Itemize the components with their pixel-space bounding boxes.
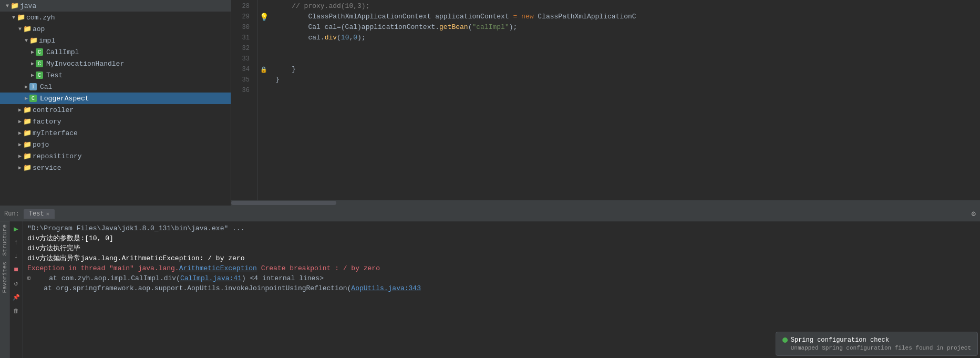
tree-item-myinterface[interactable]: ▶ 📁 myInterface — [0, 127, 231, 139]
chevron-right-icon: ▶ — [17, 153, 23, 159]
output-line-5: Exception in thread "main" java.lang.Ari… — [27, 263, 976, 273]
chevron-down-icon: ▼ — [4, 3, 11, 9]
output-line-2: div方法的参数是:[10, 0] — [27, 233, 976, 243]
code-line-32 — [275, 43, 980, 54]
folder-icon: 📁 — [23, 140, 32, 149]
code-line-33 — [275, 54, 980, 64]
tree-label-service: service — [33, 164, 61, 172]
tree-item-aop[interactable]: ▼ 📁 aop — [0, 23, 231, 35]
tree-item-test[interactable]: ▶ C Test — [0, 69, 231, 81]
line-num-32: 32 — [231, 43, 253, 54]
trash-button[interactable]: 🗑 — [11, 305, 22, 316]
structure-label[interactable]: Structure — [1, 221, 9, 259]
folder-icon: 📁 — [23, 106, 32, 114]
tree-label-loggeraspect: LoggerAspect — [40, 95, 89, 103]
output-line-1: "D:\Program Files\Java\jdk1.8.0_131\bin\… — [27, 223, 976, 233]
settings-icon[interactable]: ⚙ — [972, 209, 976, 218]
folder-icon: 📁 — [23, 117, 32, 126]
code-line-31: cal.div(10,0); — [275, 33, 980, 43]
chevron-right-icon: ▶ — [23, 95, 29, 101]
favorites-label[interactable]: Favorites — [1, 259, 9, 296]
tree-item-callimpl[interactable]: ▶ C CallImpl — [0, 46, 231, 58]
horizontal-scrollbar[interactable] — [231, 200, 980, 206]
chevron-right-icon: ▶ — [17, 107, 23, 113]
chevron-right-icon: ▶ — [29, 72, 36, 78]
folder-icon: 📁 — [23, 129, 32, 137]
run-tab-label: Test — [29, 210, 44, 218]
folder-icon: 📁 — [23, 25, 32, 33]
gutter-28 — [257, 1, 270, 12]
tree-item-controller[interactable]: ▶ 📁 controller — [0, 104, 231, 116]
folder-icon: 📁 — [29, 36, 38, 45]
chevron-right-icon: ▶ — [17, 165, 23, 171]
code-line-34: } — [275, 64, 980, 75]
run-label: Run: — [4, 210, 19, 218]
gutter-31 — [257, 33, 270, 43]
scroll-up-button[interactable]: ↑ — [11, 237, 22, 248]
file-tree: ▼ 📁 java ▼ 📁 com.zyh ▼ 📁 aop ▼ 📁 impl ▶ … — [0, 0, 231, 206]
line-num-29: 29 — [231, 12, 253, 22]
line-num-31: 31 — [231, 33, 253, 43]
tree-item-pojo[interactable]: ▶ 📁 pojo — [0, 139, 231, 150]
aoputils-link[interactable]: AopUtils.java:343 — [351, 283, 421, 293]
tree-item-comzyh[interactable]: ▼ 📁 com.zyh — [0, 12, 231, 23]
tree-label-controller: controller — [33, 106, 74, 114]
interface-icon: I — [29, 83, 37, 90]
calimpl-link[interactable]: CalImpl.java:41 — [180, 273, 242, 283]
tree-item-service[interactable]: ▶ 📁 service — [0, 162, 231, 173]
scroll-down-button[interactable]: ↓ — [11, 251, 22, 261]
chevron-right-icon: ▶ — [29, 60, 36, 67]
scrollbar-thumb[interactable] — [231, 201, 336, 205]
code-line-30: Cal cal=(Cal)applicationContext.getBean(… — [275, 22, 980, 33]
gutter-35 — [257, 75, 270, 85]
output-line-6: ⊞ at com.zyh.aop.impl.CalImpl.div(CalImp… — [27, 273, 976, 283]
editor-body: 28 29 30 31 32 33 34 35 36 💡 — [231, 0, 980, 200]
pin-button[interactable]: 📌 — [11, 292, 22, 302]
chevron-right-icon: ▶ — [17, 141, 23, 148]
tree-label-factory: factory — [33, 118, 61, 126]
arithmetic-exception-link[interactable]: ArithmeticException — [179, 263, 257, 273]
run-button[interactable]: ▶ — [11, 223, 22, 234]
gutter-36 — [257, 85, 270, 96]
class-icon: C — [36, 48, 43, 56]
lock-icon: 🔒 — [260, 66, 267, 73]
output-line-7: at org.springframework.aop.support.AopUt… — [27, 283, 976, 293]
notification-title: Spring configuration check — [782, 336, 971, 344]
code-line-36 — [275, 85, 980, 96]
tree-label-java: java — [20, 2, 36, 10]
rerun-button[interactable]: ↺ — [11, 278, 22, 289]
close-icon[interactable]: ✕ — [46, 211, 49, 217]
gutter: 💡 🔒 — [257, 0, 270, 200]
tree-label-aop: aop — [33, 25, 45, 33]
tree-item-java[interactable]: ▼ 📁 java — [0, 0, 231, 12]
gutter-30 — [257, 22, 270, 33]
line-num-35: 35 — [231, 75, 253, 85]
run-tab-test[interactable]: Test ✕ — [24, 209, 55, 219]
line-numbers: 28 29 30 31 32 33 34 35 36 — [231, 0, 257, 200]
code-lines[interactable]: // proxy.add(10,3); ClassPathXmlApplicat… — [270, 0, 980, 200]
expand-icon[interactable]: ⊞ — [27, 273, 30, 283]
tree-label-reposititory: reposititory — [33, 152, 82, 160]
chevron-down-icon: ▼ — [17, 26, 23, 32]
tree-item-impl[interactable]: ▼ 📁 impl — [0, 35, 231, 46]
folder-icon: 📁 — [11, 2, 19, 10]
tree-item-factory[interactable]: ▶ 📁 factory — [0, 116, 231, 127]
class-icon: C — [36, 60, 43, 67]
gutter-32 — [257, 43, 270, 54]
notification-body[interactable]: Unmapped Spring configuration files foun… — [782, 345, 971, 351]
run-toolbar: ▶ ↑ ↓ ■ ↺ 📌 🗑 — [9, 221, 23, 358]
notification-dot — [782, 337, 788, 343]
tree-item-myinvocationhandler[interactable]: ▶ C MyInvocationHandler — [0, 58, 231, 69]
gutter-34: 🔒 — [257, 64, 270, 75]
code-line-29: ClassPathXmlApplicationContext applicati… — [275, 12, 980, 22]
tree-item-reposititory[interactable]: ▶ 📁 reposititory — [0, 150, 231, 162]
class-icon: C — [36, 71, 43, 79]
lightbulb-icon: 💡 — [260, 13, 269, 22]
chevron-right-icon: ▶ — [29, 49, 36, 55]
stop-button[interactable]: ■ — [11, 264, 22, 275]
class-icon: C — [29, 95, 37, 102]
tree-item-cal[interactable]: ▶ I Cal — [0, 81, 231, 93]
tree-label-pojo: pojo — [33, 141, 49, 149]
code-editor: 28 29 30 31 32 33 34 35 36 💡 — [231, 0, 980, 206]
tree-item-loggeraspect[interactable]: ▶ C LoggerAspect — [0, 93, 231, 104]
